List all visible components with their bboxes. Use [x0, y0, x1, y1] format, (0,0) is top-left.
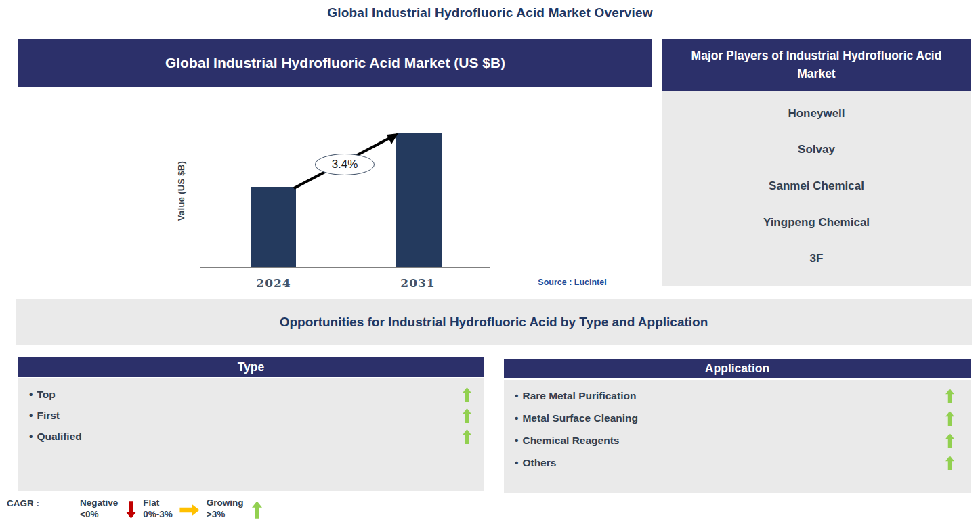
green-up-arrow-icon [252, 498, 262, 522]
application-item-row: •Others [504, 452, 971, 474]
application-item-label: •Metal Surface Cleaning [515, 412, 638, 424]
cagr-legend-title: CAGR : [7, 498, 39, 508]
legend-negative-range: <0% [80, 509, 118, 521]
player-name: Solvay [662, 143, 971, 156]
green-up-arrow-icon [945, 389, 954, 403]
application-item-label: •Chemical Reagents [515, 435, 619, 447]
type-item-label: •First [29, 410, 60, 422]
legend-entry-negative: Negative <0% [80, 496, 136, 521]
player-name: Yingpeng Chemical [662, 216, 971, 229]
green-up-arrow-icon [463, 387, 471, 402]
type-item-row: •Top [18, 384, 484, 405]
legend-growing-name: Growing [207, 498, 244, 509]
application-item-label: •Others [515, 457, 556, 469]
players-list: Honeywell Solvay Sanmei Chemical Yingpen… [662, 91, 971, 286]
yellow-right-arrow-icon [179, 504, 200, 516]
cagr-value: 3.4% [332, 158, 358, 171]
players-panel-header: Major Players of Industrial Hydrofluoric… [662, 39, 971, 91]
bullet-icon: • [515, 457, 518, 468]
legend-negative-name: Negative [80, 498, 118, 509]
bar-chart: Value (US $B) 3.4% 2024 2031 [18, 87, 652, 298]
green-up-arrow-icon [945, 433, 954, 448]
chart-panel-header: Global Industrial Hydrofluoric Acid Mark… [18, 39, 652, 87]
bullet-icon: • [29, 410, 33, 421]
bullet-icon: • [29, 431, 33, 442]
legend-growing-range: >3% [207, 509, 244, 521]
cagr-trend-arrow [18, 87, 652, 298]
application-panel-header: Application [504, 359, 971, 378]
x-axis-line [200, 267, 490, 268]
bullet-icon: • [515, 412, 518, 424]
player-name: Sanmei Chemical [662, 179, 971, 193]
bullet-icon: • [515, 435, 518, 446]
red-down-arrow-icon [126, 499, 136, 521]
green-up-arrow-icon [945, 456, 954, 470]
application-item-row: •Chemical Reagents [504, 429, 971, 452]
x-tick-2031: 2031 [377, 276, 459, 290]
application-item-row: •Rare Metal Purification [504, 385, 971, 407]
source-label: Source : Lucintel [521, 278, 623, 287]
bullet-icon: • [515, 390, 518, 401]
type-item-label: •Top [29, 389, 56, 401]
type-item-row: •First [18, 405, 484, 426]
bullet-icon: • [29, 389, 33, 400]
legend-entry-growing: Growing >3% [207, 496, 262, 522]
x-tick-2024: 2024 [233, 276, 314, 290]
cagr-legend: CAGR : Negative <0% Flat 0%-3% Growing >… [7, 496, 262, 522]
green-up-arrow-icon [463, 429, 471, 444]
type-item-label: •Qualified [29, 431, 82, 443]
market-overview-infographic: Global Industrial Hydrofluoric Acid Mark… [0, 0, 980, 526]
application-items-list: •Rare Metal Purification •Metal Surface … [504, 380, 971, 493]
type-item-row: •Qualified [18, 426, 484, 447]
legend-entry-flat: Flat 0%-3% [143, 496, 200, 521]
legend-flat-range: 0%-3% [143, 509, 173, 521]
cagr-annotation-ellipse: 3.4% [315, 154, 375, 175]
green-up-arrow-icon [463, 408, 471, 423]
type-panel-header: Type [18, 357, 484, 377]
opportunities-banner: Opportunities for Industrial Hydrofluori… [16, 299, 972, 345]
page-title: Global Industrial Hydrofluoric Acid Mark… [0, 5, 980, 20]
player-name: 3F [662, 252, 971, 265]
application-item-row: •Metal Surface Cleaning [504, 407, 971, 429]
player-name: Honeywell [662, 107, 971, 120]
legend-flat-name: Flat [143, 498, 173, 509]
application-item-label: •Rare Metal Purification [515, 390, 636, 402]
green-up-arrow-icon [945, 411, 954, 426]
type-items-list: •Top •First •Qualified [18, 378, 484, 491]
